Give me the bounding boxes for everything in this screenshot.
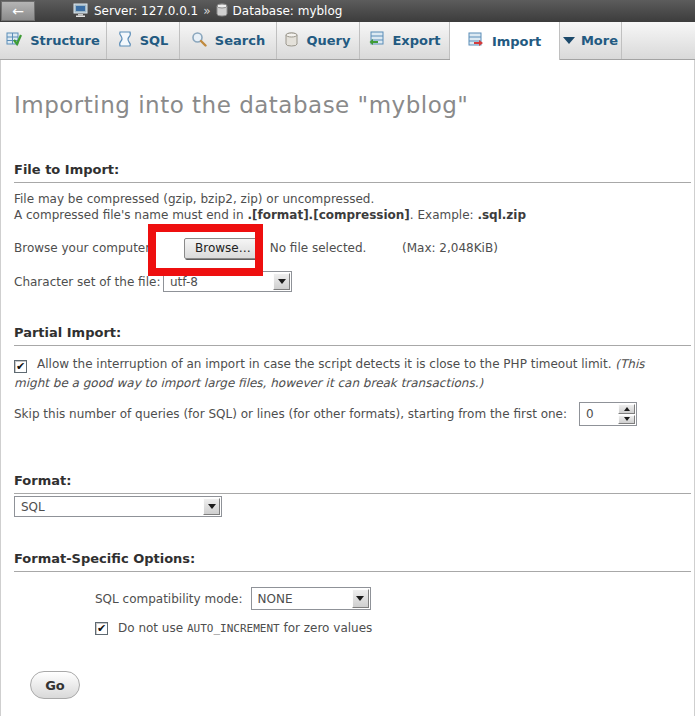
tab-structure[interactable]: Structure <box>0 22 107 59</box>
format-compression-pattern: .[format].[compression] <box>247 208 409 222</box>
back-arrow-icon: ← <box>12 3 24 19</box>
autoincrement-code: AUTO_INCREMENT <box>187 622 280 635</box>
export-icon <box>368 31 384 50</box>
tab-more[interactable]: More <box>560 22 622 59</box>
sql-compat-row: SQL compatibility mode: NONE <box>14 587 683 610</box>
tab-query[interactable]: Query <box>277 22 360 59</box>
section-heading-format-options: Format-Specific Options: <box>14 551 691 572</box>
sql-compat-selected-value: NONE <box>252 588 351 609</box>
dropdown-arrow-icon[interactable] <box>273 273 290 290</box>
page-title: Importing into the database "myblog" <box>14 92 468 118</box>
compression-info-line2: A compressed file's name must end in .[f… <box>14 208 683 222</box>
skip-queries-stepper[interactable]: 0 <box>579 402 637 426</box>
stepper-up-icon[interactable] <box>618 404 635 414</box>
compression-info-line1: File may be compressed (gzip, bzip2, zip… <box>14 192 683 206</box>
skip-queries-label: Skip this number of queries (for SQL) or… <box>14 407 567 421</box>
charset-row: Character set of the file: utf-8 <box>14 270 683 293</box>
database-icon <box>216 3 228 20</box>
breadcrumb-bar: ← Server: 127.0.0.1 » Database: myblog <box>0 0 695 22</box>
tab-label: Import <box>492 34 541 49</box>
format-select[interactable]: SQL <box>14 496 222 517</box>
sql-compat-select[interactable]: NONE <box>251 587 371 610</box>
charset-selected-value: utf-8 <box>164 272 272 291</box>
section-heading-format: Format: <box>14 473 691 494</box>
tab-label: SQL <box>140 33 169 48</box>
charset-select[interactable]: utf-8 <box>163 271 292 292</box>
tab-label: Query <box>306 33 350 48</box>
stepper-down-icon[interactable] <box>618 415 635 425</box>
go-button[interactable]: Go <box>30 671 80 699</box>
tab-label: Export <box>392 33 440 48</box>
browse-button[interactable]: Browse… <box>184 238 262 259</box>
tab-label: Structure <box>30 33 100 48</box>
example-filename: .sql.zip <box>477 208 526 222</box>
tab-sql[interactable]: SQL <box>107 22 180 59</box>
breadcrumb-separator: » <box>203 4 210 18</box>
tab-bar: Structure SQL Search Query Export Import… <box>0 22 695 60</box>
no-file-selected-text: No file selected. <box>270 241 367 255</box>
autoincrement-label: Do not use AUTO_INCREMENT for zero value… <box>118 621 372 635</box>
checkmark-icon: ✔ <box>97 623 106 634</box>
tab-label: More <box>581 33 618 48</box>
checkmark-icon: ✔ <box>16 361 25 372</box>
structure-icon <box>6 31 22 50</box>
tab-export[interactable]: Export <box>360 22 450 59</box>
interrupt-option: ✔Allow the interruption of an import in … <box>14 355 683 393</box>
search-icon <box>191 31 207 50</box>
tab-label: Search <box>215 33 265 48</box>
allow-interruption-label: Allow the interruption of an import in c… <box>37 357 615 371</box>
format-row: SQL <box>14 496 683 517</box>
breadcrumb-database[interactable]: Database: myblog <box>233 4 343 18</box>
autoincrement-checkbox[interactable]: ✔ <box>95 622 108 635</box>
sql-compat-label: SQL compatibility mode: <box>95 592 243 606</box>
back-button[interactable]: ← <box>1 1 35 21</box>
browse-label: Browse your computer: <box>14 241 170 255</box>
skip-queries-row: Skip this number of queries (for SQL) or… <box>14 402 683 426</box>
query-icon <box>285 32 298 50</box>
section-heading-file-to-import: File to Import: <box>14 162 691 183</box>
dropdown-arrow-icon[interactable] <box>203 498 220 515</box>
section-heading-partial-import: Partial Import: <box>14 325 691 346</box>
tab-import[interactable]: Import <box>450 22 560 60</box>
autoincrement-option-row: ✔ Do not use AUTO_INCREMENT for zero val… <box>14 621 683 635</box>
skip-queries-value: 0 <box>580 403 617 425</box>
breadcrumb-server[interactable]: Server: 127.0.0.1 <box>94 4 198 18</box>
sql-icon <box>118 31 132 50</box>
breadcrumb: Server: 127.0.0.1 » Database: myblog <box>73 3 342 20</box>
allow-interruption-checkbox[interactable]: ✔ <box>14 360 27 373</box>
tab-search[interactable]: Search <box>180 22 277 59</box>
max-size-note: (Max: 2,048KiB) <box>402 241 498 255</box>
import-icon <box>468 32 484 51</box>
server-icon <box>73 3 89 20</box>
chevron-down-icon <box>563 37 575 44</box>
charset-label: Character set of the file: <box>14 275 163 289</box>
dropdown-arrow-icon[interactable] <box>352 589 369 608</box>
browse-row: Browse your computer: Browse… No file se… <box>14 236 683 260</box>
format-selected-value: SQL <box>15 497 202 516</box>
